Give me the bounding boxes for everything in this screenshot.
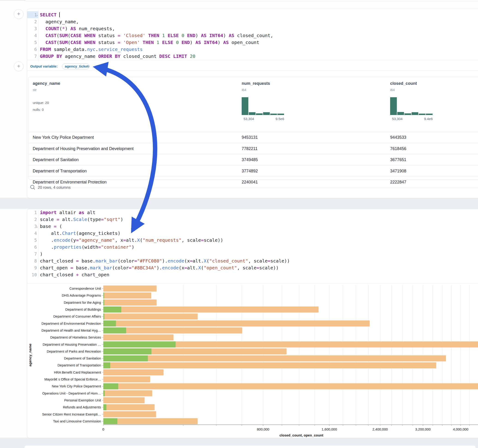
cell-closed-count: 3677651: [390, 157, 406, 162]
cell-closed-count: 9443533: [390, 135, 406, 140]
y-axis-label: Department for the Aging: [64, 301, 101, 305]
cell-closed-count: 2222847: [390, 180, 406, 185]
histogram-bar: [390, 97, 397, 115]
line-number: 3: [25, 25, 37, 32]
fold-chevron-icon[interactable]: ⌄: [36, 223, 38, 230]
y-axis-label: Senior Citizen Rent Increase Exempti…: [42, 412, 101, 416]
column-type-num-requests: i64: [242, 88, 246, 92]
output-variable-pill[interactable]: agency_tickets: [62, 63, 89, 69]
code-line[interactable]: COUNT(*) AS num_requests,: [40, 25, 115, 32]
bar-closed: [103, 300, 157, 305]
line-number: 6: [25, 244, 37, 250]
line-number: 1: [25, 209, 37, 216]
altair-bar-chart: Correspondence UnitDHS Advantage Program…: [0, 282, 478, 434]
code-line[interactable]: ): [40, 250, 43, 257]
bar-closed: [103, 321, 370, 327]
y-axis-label: HRA Benefit Card Replacement: [54, 371, 101, 374]
bar-open: [103, 418, 117, 424]
column-header-agency-name[interactable]: agency_name: [33, 81, 60, 86]
code-line[interactable]: .properties(width="container"): [40, 244, 134, 250]
bar-closed: [103, 369, 164, 375]
y-axis-label: Department of Environmental Protection: [42, 322, 101, 325]
cell-num-requests: 3749485: [242, 157, 258, 162]
line-number: 8: [25, 257, 37, 264]
y-axis-label: Department of Homeless Services: [50, 336, 101, 339]
table-row: Department of Environmental Protection22…: [28, 177, 478, 188]
y-axis-label: Department of Health and Mental Hyg…: [42, 329, 101, 332]
fold-chevron-icon[interactable]: ⌄: [36, 11, 38, 18]
cell-num-requests: 7782211: [242, 146, 258, 151]
code-line[interactable]: chart_closed + chart_open: [40, 271, 109, 278]
code-line[interactable]: base = (: [40, 223, 62, 230]
code-line[interactable]: CAST(SUM(CASE WHEN status = 'Open' THEN …: [40, 39, 259, 46]
code-line[interactable]: CAST(SUM(CASE WHEN status = 'Closed' THE…: [40, 32, 273, 39]
previous-cell-edge: [24, 0, 478, 1]
histogram-bar: [249, 112, 256, 115]
column-header-num-requests[interactable]: num_requests: [242, 81, 270, 86]
add-cell-button-top[interactable]: +: [14, 9, 24, 19]
bar-open: [103, 355, 148, 361]
bar-closed: [103, 334, 174, 340]
column-header-closed-count[interactable]: closed_count: [390, 81, 417, 86]
code-line[interactable]: SELECT: [40, 11, 60, 18]
x-axis-title: closed_count, open_count: [276, 433, 327, 437]
line-number: 5: [25, 237, 37, 244]
cell-agency-name: Department of Sanitation: [33, 157, 79, 162]
sql-code-editor[interactable]: 1⌄SELECT 2 agency_name,3 COUNT(*) AS num…: [27, 9, 478, 62]
code-line[interactable]: chart_closed = base.mark_bar(color="#FFC…: [40, 257, 290, 264]
line-number: 1: [25, 11, 37, 18]
code-line[interactable]: chart_open = base.mark_bar(color="#8BC34…: [40, 264, 279, 271]
line-number: 3: [25, 223, 37, 230]
bar-closed: [103, 362, 436, 368]
line-number: 7: [25, 53, 37, 60]
cell-closed-count: 7618456: [390, 146, 406, 151]
cell-section-divider2: [27, 70, 478, 71]
histogram-bar: [404, 113, 411, 115]
histogram-bar: [419, 114, 425, 115]
code-line[interactable]: .encode(y="agency_name", x=alt.X("num_re…: [40, 237, 223, 244]
code-line[interactable]: GROUP BY agency_name ORDER BY closed_cou…: [40, 53, 195, 60]
line-number: 5: [25, 39, 37, 46]
row-border: [28, 188, 478, 188]
line-number: 7: [25, 250, 37, 257]
y-axis-label: New York City Police Department: [52, 384, 101, 388]
code-line[interactable]: agency_name,: [40, 18, 79, 25]
bar-open: [103, 341, 176, 347]
table-row: Department of Housing Preservation and D…: [28, 143, 478, 155]
bar-open: [103, 300, 104, 305]
code-line[interactable]: import altair as alt: [40, 209, 95, 216]
hist-min-label-closed: 53,304: [392, 117, 403, 121]
output-variable-value: agency_tickets: [65, 64, 89, 68]
bar-open: [103, 321, 116, 327]
python-code-editor[interactable]: 1import altair as alt2scale = alt.Scale(…: [27, 209, 478, 278]
cell-agency-name: New York City Police Department: [33, 135, 94, 140]
add-cell-button-output[interactable]: +: [14, 62, 24, 71]
table-search-button[interactable]: [30, 184, 36, 190]
cell-section-divider: [27, 60, 478, 60]
x-tick-label: 2,400,000: [372, 427, 388, 431]
histogram-bar: [270, 114, 277, 115]
bar-closed: [103, 306, 318, 312]
bar-closed: [103, 397, 145, 403]
line-number: 6: [25, 46, 37, 53]
cell-num-requests: 2240041: [242, 180, 258, 185]
hist-max-label-closed: 9.4e6: [424, 117, 433, 121]
code-line[interactable]: FROM sample_data.nyc.service_requests: [40, 46, 143, 53]
code-line[interactable]: scale = alt.Scale(type="sqrt"): [40, 216, 123, 223]
bar-closed: [103, 404, 155, 410]
y-axis-label: Department of Consumer Affairs: [53, 315, 101, 318]
search-icon: [30, 184, 36, 190]
y-axis-title: agency_name: [28, 339, 32, 371]
x-tick-label: 0: [102, 427, 104, 431]
bar-open: [103, 390, 105, 396]
line-number: 2: [25, 18, 37, 25]
x-tick-label: 1,600,000: [322, 427, 337, 431]
histogram-bar: [412, 112, 418, 115]
line-number: 10: [25, 271, 37, 278]
cell-agency-name: Department of Housing Preservation and D…: [33, 146, 133, 151]
code-line[interactable]: alt.Chart(agency_tickets): [40, 230, 120, 237]
bar-open: [103, 383, 118, 389]
bar-closed: [103, 292, 151, 299]
bar-open: [103, 404, 106, 410]
table-row: Department of Sanitation37494853677651: [28, 154, 478, 166]
